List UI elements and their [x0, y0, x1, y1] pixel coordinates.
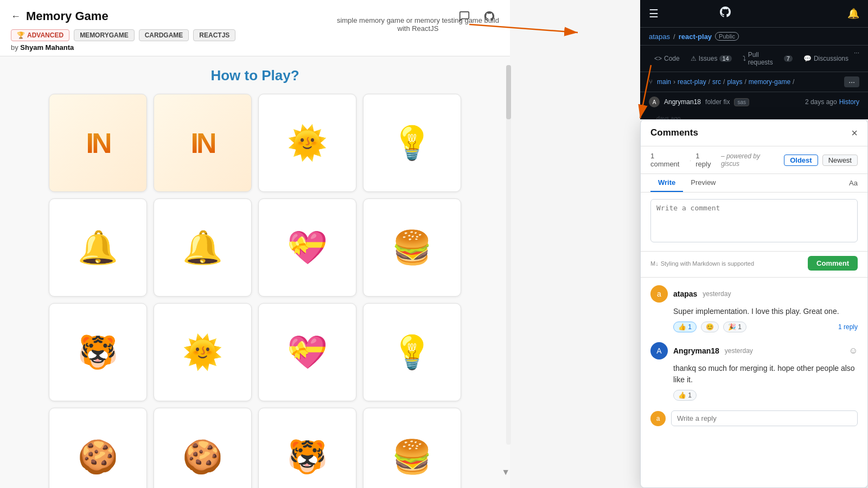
comment-text-atapas: Super implementation. I love this play. …: [673, 306, 858, 317]
back-button[interactable]: ←: [11, 11, 21, 22]
comments-close-button[interactable]: ×: [851, 127, 858, 138]
author-name: Shyam Mahanta: [20, 43, 74, 52]
pr-icon: ⤵: [743, 55, 746, 62]
main-scrollbar-thumb[interactable]: [506, 65, 511, 119]
card-heart-2[interactable]: 💝: [258, 303, 356, 401]
comment-item-atapas: a atapas yesterday Super implementation.…: [650, 285, 858, 332]
card-bulb-1[interactable]: 💡: [363, 94, 461, 192]
avatar-angryman18: A: [650, 342, 668, 359]
card-heart-1[interactable]: 💝: [258, 198, 356, 297]
reply-author-avatar: a: [650, 411, 666, 426]
main-content[interactable]: How to Play? IN IN 🌞 💡 🔔 🔔 💝 🍔 🐯 🌞 💝 💡 🍪: [0, 56, 510, 488]
replies-count: 1 reply: [695, 152, 717, 168]
font-size-toggle[interactable]: Aa: [849, 174, 858, 192]
hamburger-icon[interactable]: ☰: [649, 7, 659, 20]
card-cat-1[interactable]: 🐯: [49, 303, 147, 401]
nav-code[interactable]: <> Code: [649, 49, 685, 68]
github-repo-row: atapas / react-play Public: [640, 28, 868, 46]
card-cookie-1[interactable]: 🍪: [49, 408, 147, 488]
app-description: simple memory game or memory testing gam…: [337, 16, 499, 33]
header-top-row: ← Memory Game simple memory game or memo…: [11, 7, 499, 26]
nav-issues[interactable]: ⚠ Issues 14: [685, 49, 737, 68]
code-icon: <>: [654, 55, 662, 62]
notification-bell-icon[interactable]: 🔔: [847, 8, 859, 20]
comments-meta: 1 comment · 1 reply – powered by giscus …: [641, 146, 867, 174]
comments-count: 1 comment: [650, 152, 685, 168]
reply-count-atapas[interactable]: 1 reply: [838, 323, 858, 331]
write-tab[interactable]: Write: [650, 174, 683, 192]
nav-pull-requests[interactable]: ⤵ Pull requests 7: [737, 49, 798, 68]
github-breadcrumb: ⑂ main › react-play / src / plays / memo…: [640, 72, 868, 92]
card-burger-2[interactable]: 🍔: [363, 408, 461, 488]
card-sun-2[interactable]: 🌞: [154, 303, 252, 401]
breadcrumb-memory-game[interactable]: memory-game: [749, 78, 790, 86]
tag-reactjs: REACTJS: [193, 29, 235, 41]
tag-advanced: 🏆 ADVANCED: [11, 29, 69, 41]
comment-actions: M↓ Styling with Markdown is supported Co…: [641, 252, 867, 278]
breadcrumb-react-play[interactable]: react-play: [678, 78, 706, 86]
comment-text-angryman18: thankq so much for merging it. hope othe…: [673, 363, 858, 386]
branch-name[interactable]: main: [657, 78, 671, 86]
nav-discussions[interactable]: 💬 Discussions: [798, 49, 854, 68]
card-sun-1[interactable]: 🌞: [258, 94, 356, 192]
card-in-1[interactable]: IN: [49, 94, 147, 192]
repo-name[interactable]: react-play: [679, 33, 712, 41]
trophy-icon: 🏆: [17, 31, 25, 39]
card-burger-1[interactable]: 🍔: [363, 198, 461, 297]
markdown-note: M↓ Styling with Markdown is supported: [650, 260, 754, 267]
repo-owner[interactable]: atapas: [649, 33, 670, 41]
comment-user-row-angryman18: A Angryman18 yesterday ☺: [650, 342, 858, 359]
nav-more-options[interactable]: ···: [854, 49, 859, 68]
card-cookie-2[interactable]: 🍪: [154, 408, 252, 488]
comment-options-button[interactable]: ☺: [849, 346, 858, 356]
avatar-atapas: a: [650, 285, 668, 303]
reaction-thumbsup-angryman18[interactable]: 👍 1: [673, 390, 697, 401]
comment-submit-button[interactable]: Comment: [808, 256, 858, 271]
sort-oldest-button[interactable]: Oldest: [784, 155, 818, 166]
comments-list: a atapas yesterday Super implementation.…: [641, 278, 867, 487]
scroll-down-indicator[interactable]: ▼: [501, 467, 510, 477]
discussions-icon: 💬: [803, 55, 812, 62]
github-header: ☰ 🔔: [640, 0, 868, 28]
breadcrumb-options-button[interactable]: ···: [844, 76, 859, 87]
reaction-thumbsup-atapas[interactable]: 👍 1: [673, 322, 697, 332]
comments-panel: Comments × 1 comment · 1 reply – powered…: [640, 119, 868, 488]
card-cat-2[interactable]: 🐯: [258, 408, 356, 488]
card-bell-1[interactable]: 🔔: [49, 198, 147, 297]
sort-newest-button[interactable]: Newest: [822, 155, 858, 166]
github-panel: ☰ 🔔 atapas / react-play Public <> Code ⚠…: [640, 0, 868, 119]
main-scrollbar[interactable]: [506, 65, 511, 445]
comment-item-angryman18: A Angryman18 yesterday ☺ thankq so much …: [650, 342, 858, 401]
github-nav: <> Code ⚠ Issues 14 ⤵ Pull requests 7 💬 …: [640, 46, 868, 72]
github-logo: [719, 5, 732, 22]
tag-memorygame: MEMORYGAME: [74, 29, 135, 41]
comments-title: Comments: [650, 127, 698, 138]
commit-author-avatar: A: [649, 97, 660, 107]
breadcrumb-plays[interactable]: plays: [727, 78, 742, 86]
comments-header: Comments ×: [641, 120, 867, 146]
preview-tab[interactable]: Preview: [683, 174, 723, 192]
comment-textarea[interactable]: [650, 199, 858, 242]
card-in-2[interactable]: IN: [154, 94, 252, 192]
card-bell-2[interactable]: 🔔: [154, 198, 252, 297]
reply-write-row: a: [650, 410, 858, 426]
how-to-play-heading: How to Play?: [16, 67, 494, 84]
powered-by-label: – powered by giscus: [721, 152, 780, 168]
card-bulb-2[interactable]: 💡: [363, 303, 461, 401]
reaction-smile-atapas[interactable]: 😊: [701, 322, 719, 332]
comment-textarea-area: [641, 192, 867, 252]
comment-time-atapas: yesterday: [703, 290, 731, 298]
reply-input[interactable]: [671, 410, 858, 426]
commit-message: Angryman18: [664, 98, 701, 106]
public-badge: Public: [715, 32, 739, 41]
history-link[interactable]: History: [839, 98, 859, 106]
tag-cardgame: CARDGAME: [139, 29, 189, 41]
branch-icon: ⑂: [649, 78, 653, 86]
reaction-tada-atapas[interactable]: 🎉 1: [723, 322, 746, 332]
markdown-icon: M↓: [650, 260, 659, 267]
author-row: by Shyam Mahanta: [11, 43, 499, 52]
app-title: Memory Game: [26, 9, 108, 23]
breadcrumb-src[interactable]: src: [712, 78, 721, 86]
comment-time-angryman18: yesterday: [725, 347, 753, 355]
write-preview-tabs: Write Preview Aa: [641, 174, 867, 192]
